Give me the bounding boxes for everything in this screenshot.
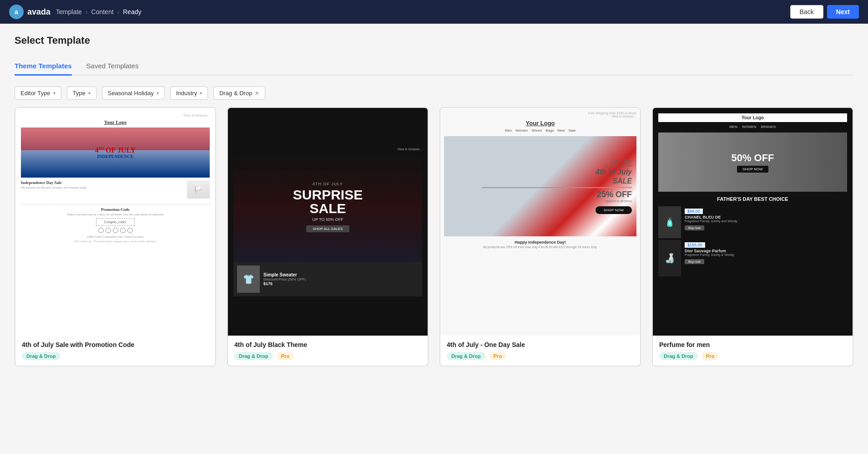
logo-text: avada: [27, 7, 50, 17]
template-badges-perfume: Drag & Drop Pro: [659, 352, 846, 360]
remove-filter-icon[interactable]: ✕: [255, 90, 259, 97]
breadcrumb-sep-1: ›: [86, 8, 88, 15]
top-nav: a avada Template › Content › Ready Back …: [0, 0, 868, 24]
logo-preview: Your Logo: [104, 119, 127, 125]
footer-legal: 2021 Avada, Inc. The brand names, slogan…: [74, 240, 156, 243]
main-page: Select Template Theme Templates Saved Te…: [0, 24, 868, 377]
nav-left: a avada Template › Content › Ready: [9, 5, 141, 19]
chevron-down-icon: ▾: [88, 91, 91, 96]
chevron-down-icon: ▾: [200, 91, 202, 96]
filter-editor-type-label: Editor Type: [20, 90, 50, 97]
independence-day-label: Independence Day Sale: [21, 180, 183, 185]
product-1-name: CHANEL BLEU DE: [685, 215, 737, 219]
nav-actions: Back Next: [790, 5, 859, 19]
template-name-perfume: Perfume for men: [659, 341, 846, 348]
template-card-july-promo[interactable]: View in browser... Your Logo 4TH OF JULY…: [15, 107, 216, 367]
independence-text: INDEPENDENCE: [97, 154, 133, 159]
simple-sweater-label: Simple Sweater: [263, 272, 306, 277]
product-1-desc: Fragrance Family: Earthy and Woody: [685, 219, 737, 223]
filter-editor-type[interactable]: Editor Type ▾: [15, 87, 61, 100]
template-badges-black: Drag & Drop Pro: [234, 352, 421, 360]
chevron-down-icon: ▾: [53, 91, 56, 96]
template-info-gray: 4th of July - One Day Sale Drag & Drop P…: [440, 336, 640, 366]
filter-industry-label: Industry: [176, 90, 197, 97]
independence-desc: We treasure all the past victories, We t…: [21, 186, 183, 189]
breadcrumb-ready: Ready: [123, 8, 141, 15]
shop-now-btn: SHOP NOW: [595, 206, 632, 214]
your-logo-3: Your Logo: [525, 120, 555, 127]
template-preview-gray: Free Shipping Over $150 or More! View in…: [440, 108, 640, 336]
discount-label: Discount Price (50% OFF): [263, 277, 306, 281]
sale-text: SALE: [309, 202, 346, 215]
filter-seasonal-holiday[interactable]: Seasonal Holiday ▾: [102, 87, 165, 100]
template-card-perfume[interactable]: Your Logo MENWOMENBRANDS 50% OFF SHOP NO…: [652, 107, 853, 367]
coupon-code: {coupon_code}: [96, 218, 134, 226]
product-2-desc: Fragrance Family: Earthy & Woody: [685, 253, 734, 256]
filter-type-label: Type: [73, 90, 86, 97]
badge-dragdrop: Drag & Drop: [22, 352, 61, 360]
template-badges: Drag & Drop: [22, 352, 209, 360]
price-1: $98.00: [685, 209, 703, 214]
breadcrumb-sep-2: ›: [117, 8, 120, 15]
template-name-black: 4th of July Black Theme: [234, 341, 421, 348]
template-preview-perfume: Your Logo MENWOMENBRANDS 50% OFF SHOP NO…: [653, 108, 853, 336]
25-off: 25% OFF: [597, 190, 632, 199]
view-browser-3: View in browser...: [611, 115, 636, 118]
view-in-browser-link: View in browser...: [183, 113, 210, 117]
up-to-text: UP TO 50% OFF: [312, 217, 343, 222]
buy-now-2: Buy now: [685, 259, 704, 264]
badge-dragdrop-3: Drag & Drop: [447, 352, 485, 360]
offer-links: Offer Card | Customer Care | Store Locat…: [87, 235, 144, 239]
page-title: Select Template: [15, 35, 853, 46]
template-preview-july-promo: View in browser... Your Logo 4TH OF JULY…: [15, 108, 215, 336]
logo: a avada: [9, 5, 50, 19]
template-card-black-theme[interactable]: View in browser... 4TH OF JULY SURPRISE …: [227, 107, 429, 367]
badge-pro-1: Pro: [277, 352, 294, 360]
applied-items: Applied to all items: [605, 199, 632, 203]
tab-saved-templates[interactable]: Saved Templates: [86, 57, 139, 76]
filter-type[interactable]: Type ▾: [67, 87, 96, 100]
template-name-gray: 4th of July - One Day Sale: [447, 341, 634, 348]
price-2: $155.00: [685, 242, 705, 248]
price-label: $175: [263, 281, 306, 286]
template-info-perfume: Perfume for men Drag & Drop Pro: [653, 336, 853, 366]
product-2-name: Dior Sauvage Parfum: [685, 249, 734, 253]
logo-icon: a: [9, 5, 24, 19]
filter-seasonal-label: Seasonal Holiday: [108, 90, 154, 97]
active-filter-label: Drag & Drop: [219, 90, 252, 97]
next-button[interactable]: Next: [827, 5, 859, 19]
tabs-container: Theme Templates Saved Templates: [15, 57, 853, 76]
independence-detail: All products are 25% off from now July 4…: [483, 245, 597, 249]
badge-pro-3: Pro: [701, 352, 719, 360]
breadcrumb-template[interactable]: Template: [56, 8, 82, 15]
free-shipping-text: Free Shipping Over $150 or More!: [588, 112, 636, 115]
store-online: In Store + Online: [605, 163, 632, 168]
your-logo-4: Your Logo: [658, 113, 847, 122]
fathers-day-text: FATHER'S DAY BEST CHOICE: [661, 196, 844, 202]
promo-desc: Enjoy your discount in 3 days for all it…: [67, 213, 164, 216]
templates-grid: View in browser... Your Logo 4TH OF JULY…: [15, 107, 853, 367]
shop-now-4: SHOP NOW: [737, 166, 768, 173]
badge-dragdrop-4: Drag & Drop: [659, 352, 698, 360]
happy-independence: Happy Independence Day!: [515, 240, 566, 245]
chevron-down-icon: ▾: [156, 91, 159, 96]
back-button[interactable]: Back: [790, 5, 823, 19]
template-info-july-promo: 4th of July Sale with Promotion Code Dra…: [15, 336, 215, 366]
badge-dragdrop-2: Drag & Drop: [234, 352, 273, 360]
breadcrumb-content[interactable]: Content: [91, 8, 114, 15]
breadcrumb: Template › Content › Ready: [56, 8, 141, 15]
template-info-black: 4th of July Black Theme Drag & Drop Pro: [228, 336, 428, 366]
filter-industry[interactable]: Industry ▾: [170, 87, 208, 100]
nav-gray: MenWomenShoesBagsNewSale: [505, 128, 576, 133]
tab-theme-templates[interactable]: Theme Templates: [15, 57, 72, 76]
just-1day: Just 1-Day: [610, 158, 632, 163]
dark-nav: MENWOMENBRANDS: [729, 125, 776, 129]
buy-now-1: Buy now: [685, 225, 704, 230]
template-card-one-day-sale[interactable]: Free Shipping Over $150 or More! View in…: [439, 107, 641, 367]
banner-july-text: 4TH OF JULY: [95, 146, 136, 154]
fathers-day-banner: FATHER'S DAY BEST CHOICE: [658, 194, 847, 204]
filters-row: Editor Type ▾ Type ▾ Seasonal Holiday ▾ …: [15, 87, 853, 100]
promo-title: Promotion Code: [101, 207, 130, 212]
view-in-browser-link-2: View in browser...: [397, 148, 422, 151]
surprise-text: SURPRISE: [293, 188, 363, 202]
